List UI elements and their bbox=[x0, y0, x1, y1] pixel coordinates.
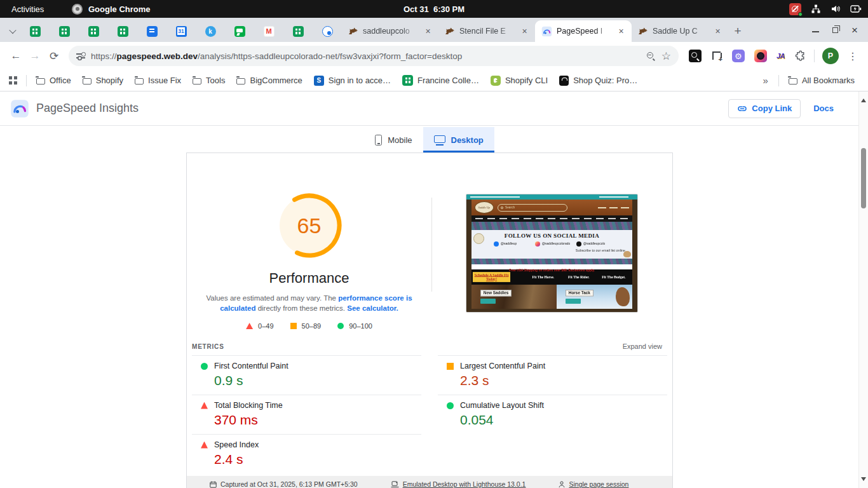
page-scrollbar[interactable] bbox=[858, 92, 868, 488]
zoom-out-icon[interactable] bbox=[647, 52, 655, 60]
thumb-nav bbox=[471, 215, 632, 222]
pinned-tab-kibana[interactable]: k bbox=[196, 20, 225, 42]
ja-extension-icon[interactable]: JA bbox=[776, 52, 785, 60]
bookmarks-overflow-chevron[interactable]: » bbox=[757, 75, 775, 86]
sheets-icon bbox=[118, 26, 128, 37]
divider bbox=[431, 198, 432, 292]
folder-icon bbox=[135, 78, 144, 85]
chat-icon bbox=[234, 26, 245, 37]
dark-magnifier-extension-icon[interactable] bbox=[689, 50, 702, 62]
bookmark-folder-shopify[interactable]: Shopify bbox=[77, 72, 129, 89]
bookmark-folder-issue-fix[interactable]: Issue Fix bbox=[129, 72, 187, 89]
system-tray bbox=[789, 3, 862, 15]
app-indicator[interactable]: Google Chrome bbox=[72, 4, 151, 15]
bookmark-star-icon[interactable]: ☆ bbox=[661, 51, 671, 62]
tab-mobile[interactable]: Mobile bbox=[364, 127, 423, 152]
legend-square-icon bbox=[290, 323, 297, 329]
expand-view-link[interactable]: Expand view bbox=[623, 342, 662, 350]
session-type-link[interactable]: Single page session bbox=[559, 480, 628, 488]
close-icon[interactable]: × bbox=[616, 26, 627, 37]
legend-triangle-icon bbox=[246, 323, 253, 329]
calendar-icon: 31 bbox=[176, 26, 187, 37]
emulated-environment-link[interactable]: Emulated Desktop with Lighthouse 13.0.1 bbox=[391, 480, 526, 488]
tab-pagespeed-active[interactable]: PageSpeed I × bbox=[535, 20, 632, 42]
address-bar[interactable]: https://pagespeed.web.dev/analysis/https… bbox=[69, 46, 679, 66]
tab-desktop[interactable]: Desktop bbox=[423, 127, 494, 152]
pinned-tab-sheets-4[interactable] bbox=[108, 20, 137, 42]
extensions-puzzle-icon[interactable] bbox=[794, 50, 806, 62]
bookmark-folder-tools[interactable]: Tools bbox=[187, 72, 231, 89]
instagram-icon bbox=[535, 241, 540, 247]
settings-extension-icon[interactable]: ⚙ bbox=[732, 50, 745, 62]
blocker-extension-icon[interactable] bbox=[789, 3, 801, 15]
page-screenshot-thumbnail[interactable]: Saddle Up Search FOLLOW US ON SOCIAL MED… bbox=[466, 194, 638, 313]
bookmark-shop-quiz[interactable]: Shop Quiz: Pro… bbox=[553, 72, 643, 89]
bookmark-francine[interactable]: Francine Colle… bbox=[397, 72, 485, 89]
back-button[interactable]: ← bbox=[6, 46, 25, 65]
tab-search-button[interactable] bbox=[5, 20, 20, 42]
minimize-button[interactable] bbox=[812, 31, 819, 32]
site-settings-icon[interactable] bbox=[76, 52, 85, 60]
pinned-tab-sheets-5[interactable] bbox=[283, 20, 313, 42]
thumb-badge bbox=[473, 233, 484, 244]
camera-extension-icon[interactable] bbox=[754, 50, 767, 62]
bookmark-shopify-cli[interactable]: Shopify CLI bbox=[485, 72, 553, 89]
pinned-tab-chat[interactable] bbox=[225, 20, 254, 42]
tab-stencil-file[interactable]: Stencil File E × bbox=[438, 20, 535, 42]
tab-saddleupcolorado[interactable]: saddleupcolo × bbox=[342, 20, 438, 42]
pinned-tab-sheets-1[interactable] bbox=[20, 20, 50, 42]
all-bookmarks-button[interactable]: All Bookmarks bbox=[783, 72, 860, 89]
pinned-tab-sheets-2[interactable] bbox=[50, 20, 79, 42]
score-legend: 0–49 50–89 90–100 bbox=[246, 322, 372, 330]
volume-icon[interactable] bbox=[831, 4, 841, 14]
pinned-tab-gmail[interactable]: M bbox=[254, 20, 283, 42]
thumb-horse-image bbox=[616, 287, 630, 306]
tab-saddle-up[interactable]: Saddle Up C × bbox=[632, 20, 728, 42]
thumb-pattern-strip bbox=[471, 222, 632, 230]
thumb-pattern-strip bbox=[471, 259, 632, 264]
network-icon[interactable] bbox=[811, 4, 821, 14]
bookmark-folder-office[interactable]: Office bbox=[31, 72, 77, 89]
performance-label: Performance bbox=[269, 270, 349, 287]
divider bbox=[26, 75, 27, 86]
docs-link[interactable]: Docs bbox=[813, 104, 834, 113]
bookmark-folder-bigcommerce[interactable]: BigCommerce bbox=[231, 72, 308, 89]
reload-button[interactable]: ⟳ bbox=[44, 46, 64, 65]
screenshot-extension-icon[interactable] bbox=[711, 50, 722, 62]
window-close-button[interactable]: × bbox=[851, 25, 858, 36]
apps-grid-icon[interactable] bbox=[9, 76, 17, 85]
pinned-tab-docs[interactable] bbox=[137, 20, 166, 42]
restore-button[interactable] bbox=[832, 27, 838, 33]
close-icon[interactable]: × bbox=[423, 26, 433, 37]
browser-menu-button[interactable]: ⋮ bbox=[844, 50, 862, 62]
clock[interactable]: Oct 31 6:30 PM bbox=[403, 4, 465, 14]
battery-icon[interactable] bbox=[850, 4, 862, 13]
scroll-up-arrow-icon[interactable] bbox=[861, 96, 866, 102]
pinned-tab-assistant[interactable] bbox=[313, 20, 342, 42]
forward-button[interactable]: → bbox=[25, 46, 44, 65]
activities-button[interactable]: Activities bbox=[0, 0, 55, 18]
bookmark-sign-in[interactable]: SSign in to acce… bbox=[308, 72, 397, 89]
scrollbar-thumb[interactable] bbox=[861, 148, 866, 208]
performance-gauge[interactable]: 65 bbox=[276, 193, 342, 259]
facebook-icon bbox=[494, 241, 499, 247]
copy-link-button[interactable]: Copy Link bbox=[728, 99, 801, 118]
thumb-category-tack: Horse Tack bbox=[557, 285, 632, 309]
calendar-icon bbox=[210, 481, 217, 488]
scroll-down-arrow-icon[interactable] bbox=[861, 477, 866, 484]
folder-icon bbox=[236, 78, 245, 85]
thumb-topbar bbox=[466, 194, 637, 200]
profile-avatar[interactable]: P bbox=[822, 48, 839, 64]
metric-value: 0.054 bbox=[460, 412, 667, 428]
close-icon[interactable]: × bbox=[712, 26, 723, 37]
assistant-icon bbox=[322, 26, 333, 37]
sheets-icon bbox=[88, 26, 99, 37]
monitor-icon bbox=[434, 135, 445, 143]
pinned-tab-calendar[interactable]: 31 bbox=[166, 20, 196, 42]
new-tab-button[interactable]: + bbox=[728, 20, 747, 42]
close-icon[interactable]: × bbox=[519, 26, 530, 37]
window-controls: × bbox=[802, 18, 868, 42]
see-calculator-link[interactable]: See calculator. bbox=[347, 304, 398, 312]
pinned-tab-sheets-3[interactable] bbox=[79, 20, 108, 42]
search-icon bbox=[501, 207, 503, 209]
